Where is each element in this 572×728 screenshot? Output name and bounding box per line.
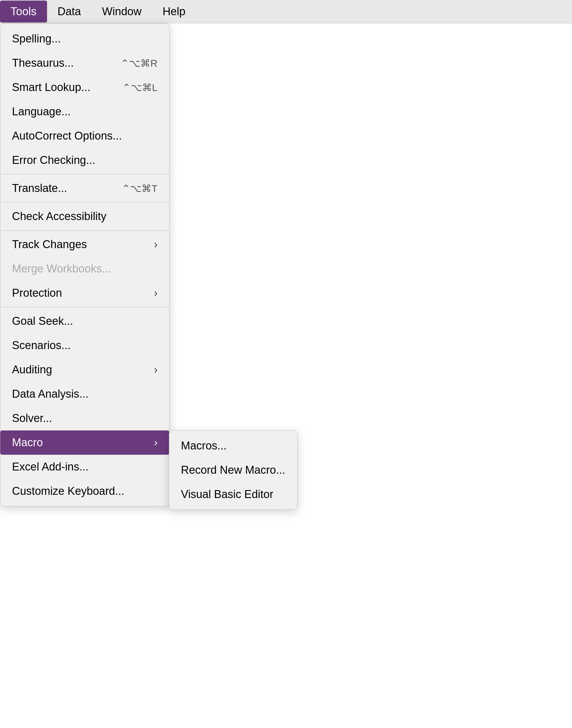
- menu-item-error-checking[interactable]: Error Checking...: [0, 148, 169, 172]
- menu-item-auditing[interactable]: Auditing ›: [0, 358, 169, 382]
- goal-seek-label: Goal Seek...: [12, 315, 157, 327]
- macro-submenu: Macros... Record New Macro... Visual Bas…: [169, 430, 297, 510]
- separator-4: [0, 307, 169, 307]
- auditing-label: Auditing: [12, 363, 142, 376]
- solver-label: Solver...: [12, 412, 157, 425]
- menu-item-record-new-macro[interactable]: Record New Macro...: [169, 458, 297, 482]
- track-changes-label: Track Changes: [12, 238, 142, 251]
- visual-basic-editor-label: Visual Basic Editor: [181, 488, 286, 501]
- thesaurus-shortcut: ⌃⌥⌘R: [121, 57, 157, 69]
- language-label: Language...: [12, 105, 157, 118]
- separator-2: [0, 202, 169, 202]
- excel-add-ins-label: Excel Add-ins...: [12, 461, 157, 473]
- separator-3: [0, 230, 169, 231]
- translate-label: Translate...: [12, 182, 110, 195]
- menu-item-spelling[interactable]: Spelling...: [0, 26, 169, 51]
- track-changes-arrow: ›: [154, 238, 157, 251]
- menu-item-merge-workbooks: Merge Workbooks...: [0, 257, 169, 281]
- menu-item-scenarios[interactable]: Scenarios...: [0, 333, 169, 358]
- macro-arrow: ›: [154, 437, 157, 449]
- menu-item-macro[interactable]: Macro ›: [0, 430, 169, 455]
- menu-item-autocorrect[interactable]: AutoCorrect Options...: [0, 124, 169, 148]
- autocorrect-label: AutoCorrect Options...: [12, 130, 157, 142]
- menu-item-translate[interactable]: Translate... ⌃⌥⌘T: [0, 176, 169, 200]
- separator-1: [0, 174, 169, 174]
- auditing-arrow: ›: [154, 364, 157, 376]
- menu-item-solver[interactable]: Solver...: [0, 406, 169, 430]
- data-analysis-label: Data Analysis...: [12, 388, 157, 400]
- protection-arrow: ›: [154, 287, 157, 299]
- menu-bar: Tools Data Window Help: [0, 0, 572, 23]
- scenarios-label: Scenarios...: [12, 339, 157, 352]
- menu-item-thesaurus[interactable]: Thesaurus... ⌃⌥⌘R: [0, 51, 169, 75]
- protection-label: Protection: [12, 287, 142, 299]
- menubar-item-help[interactable]: Help: [152, 1, 196, 22]
- menu-item-macros[interactable]: Macros...: [169, 434, 297, 458]
- error-checking-label: Error Checking...: [12, 154, 157, 167]
- menubar-item-tools[interactable]: Tools: [0, 1, 47, 22]
- smart-lookup-shortcut: ⌃⌥⌘L: [123, 82, 157, 93]
- menubar-item-window[interactable]: Window: [91, 1, 152, 22]
- smart-lookup-label: Smart Lookup...: [12, 81, 111, 94]
- menu-item-check-accessibility[interactable]: Check Accessibility: [0, 204, 169, 229]
- menu-item-customize-keyboard[interactable]: Customize Keyboard...: [0, 479, 169, 503]
- menu-item-goal-seek[interactable]: Goal Seek...: [0, 309, 169, 333]
- spelling-label: Spelling...: [12, 33, 157, 45]
- macros-label: Macros...: [181, 439, 286, 452]
- customize-keyboard-label: Customize Keyboard...: [12, 485, 157, 497]
- menu-item-protection[interactable]: Protection ›: [0, 281, 169, 305]
- menu-item-smart-lookup[interactable]: Smart Lookup... ⌃⌥⌘L: [0, 75, 169, 100]
- menu-item-visual-basic-editor[interactable]: Visual Basic Editor: [169, 482, 297, 506]
- record-new-macro-label: Record New Macro...: [181, 464, 286, 476]
- check-accessibility-label: Check Accessibility: [12, 210, 157, 223]
- menu-item-data-analysis[interactable]: Data Analysis...: [0, 382, 169, 406]
- menu-item-track-changes[interactable]: Track Changes ›: [0, 232, 169, 257]
- thesaurus-label: Thesaurus...: [12, 57, 109, 69]
- tools-dropdown: Spelling... Thesaurus... ⌃⌥⌘R Smart Look…: [0, 23, 169, 506]
- menu-item-excel-add-ins[interactable]: Excel Add-ins...: [0, 455, 169, 479]
- merge-workbooks-label: Merge Workbooks...: [12, 262, 157, 275]
- menubar-item-data[interactable]: Data: [47, 1, 91, 22]
- macro-submenu-panel: Macros... Record New Macro... Visual Bas…: [169, 430, 297, 510]
- menu-item-language[interactable]: Language...: [0, 100, 169, 124]
- translate-shortcut: ⌃⌥⌘T: [122, 183, 157, 194]
- macro-label: Macro: [12, 436, 142, 449]
- menu-container: Spelling... Thesaurus... ⌃⌥⌘R Smart Look…: [0, 23, 297, 510]
